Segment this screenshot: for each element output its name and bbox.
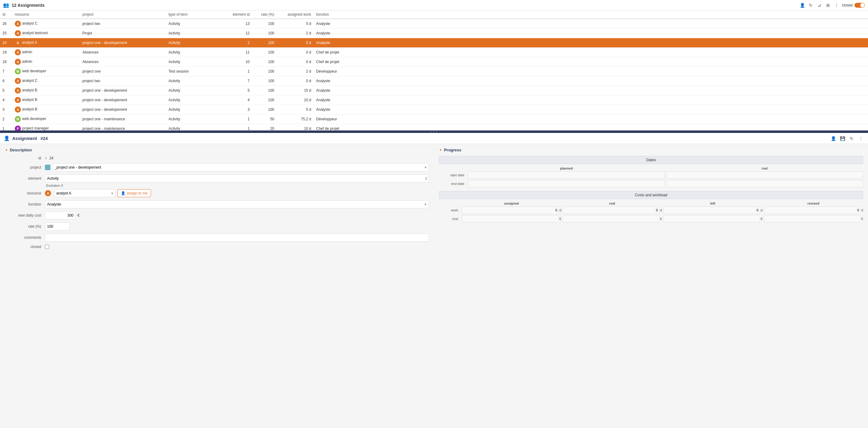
col-type: type of item [166, 10, 221, 19]
filter-icon[interactable]: ⊿ [816, 2, 823, 9]
cell-id: 6 [0, 76, 12, 86]
top-bar: 👥 12 Assignments 👤 ↻ ⊿ ⊞ ⋮ closed [0, 0, 868, 10]
detail-more-icon[interactable]: ⋮ [858, 135, 864, 142]
start-date-planned[interactable] [468, 171, 665, 179]
work-label: work [439, 208, 461, 212]
detail-header-left: 👤 Assignment #24 [4, 135, 48, 141]
cost-real-input[interactable] [562, 215, 659, 223]
table-row[interactable]: 19 Aadmin Absences Activity 11 100 0 d C… [0, 48, 868, 57]
resource-dropdown-wrapper: analyst A ▼ [54, 189, 116, 197]
element-input[interactable] [45, 174, 429, 182]
comments-input[interactable] [45, 233, 429, 241]
cell-element-id: 5 [221, 86, 252, 95]
cell-function: Chef de projet [314, 124, 868, 131]
revised-header: revised [764, 202, 863, 205]
table-row[interactable]: 6 Aanalyst C project two Activity 7 100 … [0, 76, 868, 86]
cell-assigned-work: 10 d [277, 124, 314, 131]
project-dropdown-wrapper: ▼ [52, 163, 429, 171]
cell-id: 24 [0, 38, 12, 48]
cell-resource: Aanalyst B [12, 86, 80, 95]
detail-id: #24 [40, 136, 48, 141]
progress-toggle[interactable]: ▼ [439, 148, 442, 152]
columns-icon[interactable]: ⊞ [825, 2, 831, 9]
col-rate: rate (%) [252, 10, 277, 19]
table-row[interactable]: 5 Aanalyst B project one - developement … [0, 86, 868, 95]
detail-refresh-icon[interactable]: ↻ [848, 135, 855, 142]
detail-save-icon[interactable]: 💾 [839, 135, 846, 142]
table-row[interactable]: 2 Wweb developer project one - maintenan… [0, 114, 868, 124]
end-date-planned[interactable] [468, 180, 665, 188]
cell-resource: Aanalyst B [12, 95, 80, 105]
resource-select[interactable]: analyst A [54, 189, 116, 197]
cost-revised-input[interactable] [764, 215, 861, 223]
cell-type: Activity [166, 48, 221, 57]
function-select[interactable]: Analyste [45, 200, 429, 208]
work-left-input[interactable] [663, 206, 760, 214]
cell-function: Développeur [314, 67, 868, 76]
closed-toggle[interactable] [855, 3, 865, 8]
table-row[interactable]: 24 Aanalyst A project one - developement… [0, 38, 868, 48]
cell-type: Activity [166, 86, 221, 95]
project-input[interactable] [52, 163, 429, 171]
work-assigned-input[interactable] [462, 206, 559, 214]
cost-assigned-input[interactable] [462, 215, 559, 223]
field-resource-row: resource A analyst A ▼ 👤 assign to me [5, 189, 429, 197]
progress-label: Progress [444, 148, 461, 152]
cell-resource: Wweb developer [12, 114, 80, 124]
cell-project: project one - developement [80, 105, 166, 114]
field-element-row: element 2 [5, 174, 429, 182]
more-icon[interactable]: ⋮ [833, 2, 840, 9]
cell-project: project one - developement [80, 86, 166, 95]
rate-input[interactable] [45, 223, 69, 230]
table-row[interactable]: 25 Aanalyst testcout Projet Activity 12 … [0, 29, 868, 38]
resource-avatar: A [15, 87, 21, 93]
table-row[interactable]: 3 Aanalyst B project one - developement … [0, 105, 868, 114]
resource-avatar: W [15, 68, 21, 75]
cost-left-input[interactable] [663, 215, 760, 223]
comments-value [45, 233, 429, 241]
progress-header: ▼ Progress [439, 148, 863, 152]
start-date-real[interactable] [666, 171, 863, 179]
closed-checkbox[interactable] [45, 245, 49, 249]
detail-person-icon: 👤 [4, 135, 10, 141]
refresh-icon[interactable]: ↻ [807, 2, 814, 9]
cell-rate: 100 [252, 105, 277, 114]
col-id: id [0, 10, 12, 19]
detail-body: ▼ Description id # 24 project ▼ elem [0, 144, 868, 256]
cell-assigned-work: 10 d [277, 95, 314, 105]
cell-type: Activity [166, 19, 221, 29]
assign-to-me-button[interactable]: 👤 assign to me [118, 189, 151, 197]
cell-element-id: 7 [221, 76, 252, 86]
field-comments-row: comments [5, 233, 429, 241]
cell-id: 25 [0, 29, 12, 38]
cell-assigned-work: 15 d [277, 86, 314, 95]
resource-avatar: A [15, 97, 21, 103]
cell-assigned-work: 0 d [277, 48, 314, 57]
work-real-input[interactable] [562, 206, 659, 214]
cell-id: 1 [0, 124, 12, 131]
description-toggle[interactable]: ▼ [5, 148, 8, 152]
detail-header: 👤 Assignment #24 👤 💾 ↻ ⋮ [0, 133, 868, 144]
cell-element-id: 12 [221, 29, 252, 38]
resource-avatar: P [15, 125, 21, 131]
assign-icon: 👤 [121, 191, 125, 195]
field-function-row: function Analyste ▼ [5, 200, 429, 208]
cell-rate: 20 [252, 124, 277, 131]
cell-type: Activity [166, 76, 221, 86]
table-row[interactable]: 1 Pproject manager project one - mainten… [0, 124, 868, 131]
table-row[interactable]: 26 Aanalyst C project two Activity 13 10… [0, 19, 868, 29]
work-revised-unit: d [861, 208, 863, 212]
table-row[interactable]: 18 Aadmin Absences Activity 10 100 0 d C… [0, 57, 868, 67]
cost-left-wrap: € [663, 215, 763, 223]
detail-person-icon-btn[interactable]: 👤 [830, 135, 837, 142]
daily-cost-input[interactable] [45, 211, 75, 219]
resource-avatar: W [15, 116, 21, 122]
end-date-real[interactable] [666, 180, 863, 188]
table-row[interactable]: 4 Aanalyst B project one - developement … [0, 95, 868, 105]
daily-cost-unit: € [78, 213, 80, 218]
description-label: Description [10, 148, 32, 152]
table-row[interactable]: 7 Wweb developer project one Test sessio… [0, 67, 868, 76]
panel-divider[interactable]: • • • [0, 131, 868, 133]
work-revised-input[interactable] [764, 206, 861, 214]
person-view-icon[interactable]: 👤 [799, 2, 806, 9]
